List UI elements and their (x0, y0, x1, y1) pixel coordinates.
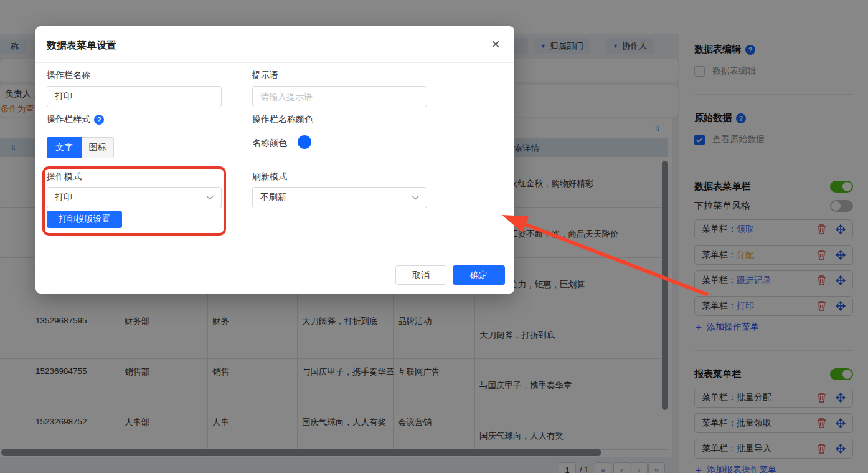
name-color-section-label: 操作栏名称颜色 (252, 114, 313, 125)
operation-mode-select[interactable]: 打印 (47, 187, 222, 208)
operation-mode-value: 打印 (55, 192, 206, 203)
dialog-title: 数据表菜单设置 (47, 39, 116, 52)
print-template-settings-button[interactable]: 打印模版设置 (47, 211, 122, 228)
refresh-mode-label: 刷新模式 (252, 171, 287, 183)
app-root: 保存 称 态 ▼ 归属部门 ▼ 协作人 负责人 为 条作为查 ↑↓ ↑↓ 线索详… (0, 0, 868, 473)
refresh-mode-select[interactable]: 不刷新 (252, 187, 427, 208)
name-color-label: 名称颜色 (252, 138, 287, 149)
close-icon[interactable]: × (491, 37, 500, 52)
action-name-input[interactable] (47, 86, 222, 107)
style-option-icon[interactable]: 图标 (82, 137, 114, 158)
cancel-button[interactable]: 取消 (395, 265, 446, 285)
chevron-down-icon (206, 195, 214, 200)
table-menu-settings-dialog: 数据表菜单设置 × 操作栏名称 提示语 操作栏样式 ? 文字 图标 操作栏名称颜… (35, 26, 514, 294)
refresh-mode-value: 不刷新 (260, 192, 412, 203)
tip-label: 提示语 (252, 70, 278, 81)
style-option-text[interactable]: 文字 (47, 137, 82, 158)
action-name-label: 操作栏名称 (47, 70, 90, 81)
dialog-header: 数据表菜单设置 × (35, 26, 514, 63)
help-icon[interactable]: ? (94, 115, 104, 125)
action-style-label: 操作栏样式 ? (47, 114, 104, 125)
action-style-label-text: 操作栏样式 (47, 114, 90, 125)
color-swatch[interactable] (298, 135, 311, 149)
chevron-down-icon (412, 195, 419, 200)
style-segmented-control: 文字 图标 (47, 137, 114, 158)
tip-input[interactable] (252, 86, 427, 107)
confirm-button[interactable]: 确定 (453, 265, 505, 285)
operation-mode-label: 操作模式 (47, 171, 82, 183)
